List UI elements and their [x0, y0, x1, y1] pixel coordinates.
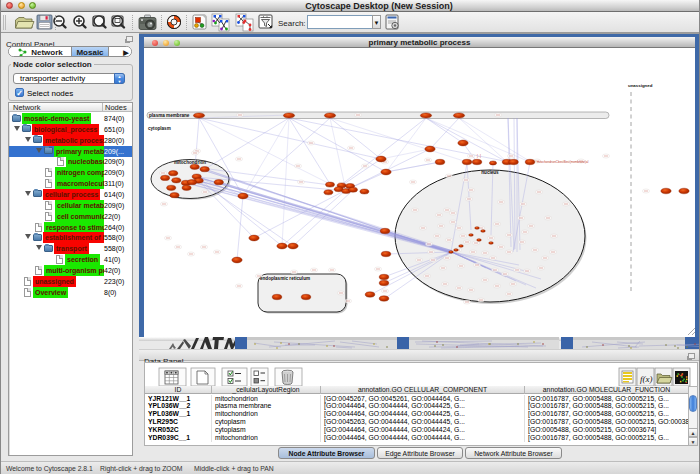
svg-text:cytoplasm: cytoplasm: [148, 126, 171, 131]
svg-text:[...]: [...]: [477, 154, 481, 158]
svg-text:mitochondrionCbestBest(membran: mitochondrionCbestBest(membrane)al: [537, 160, 589, 164]
svg-text:mitochondrion: mitochondrion: [174, 160, 206, 165]
svg-text:unassigned: unassigned: [628, 83, 653, 88]
svg-text:endoplasmic reticulum: endoplasmic reticulum: [260, 276, 310, 281]
svg-text:nucleus: nucleus: [481, 170, 499, 175]
svg-text:f(x): f(x): [640, 374, 653, 384]
svg-text:plasma membrane: plasma membrane: [149, 113, 190, 118]
